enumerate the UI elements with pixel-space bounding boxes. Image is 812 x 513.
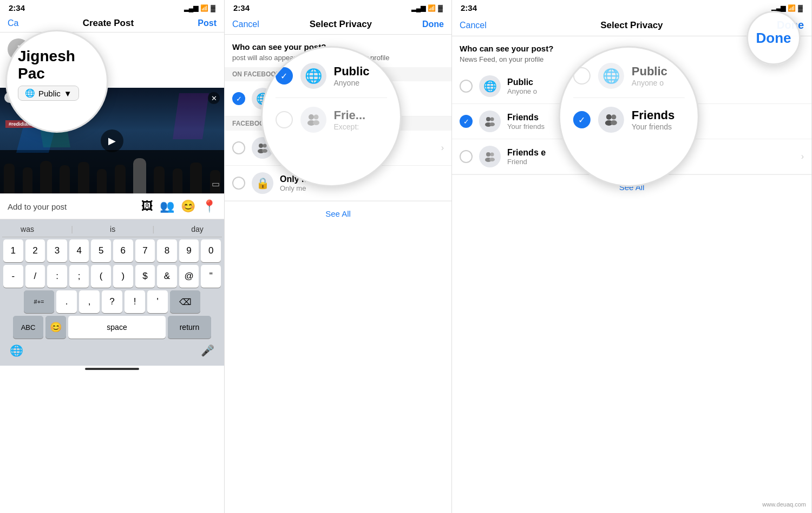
onlyme-desc-2: Only me	[280, 184, 444, 192]
key-period[interactable]: .	[56, 290, 77, 313]
key-2[interactable]: 2	[25, 239, 45, 262]
key-slash[interactable]: /	[25, 265, 45, 288]
word-suggestion-1[interactable]: was	[21, 225, 34, 233]
key-0[interactable]: 0	[201, 239, 221, 262]
friends-icon-3	[479, 111, 501, 132]
home-indicator-container	[0, 366, 224, 373]
video-overlay: ▶	[0, 88, 224, 193]
cancel-button[interactable]: Ca	[8, 18, 18, 28]
key-comma[interactable]: ,	[79, 290, 100, 313]
svg-point-14	[490, 153, 494, 157]
play-button[interactable]: ▶	[101, 129, 123, 152]
privacy-item-friends-3[interactable]: ✓ Friends Your friends	[452, 104, 811, 139]
nav-title: Create Post	[83, 18, 134, 29]
status-bar-1: 2:34 ▂▄▆ 📶 ▓	[0, 0, 224, 15]
edit-button[interactable]: ✏️ Edit	[4, 92, 38, 103]
svg-point-11	[489, 122, 495, 126]
svg-point-10	[490, 118, 494, 121]
emoji-icon[interactable]: 😊	[181, 199, 195, 213]
key-3[interactable]: 3	[47, 239, 67, 262]
public-desc-3: Anyone o	[507, 87, 804, 95]
radio-friends-2[interactable]	[232, 141, 245, 154]
key-7[interactable]: 7	[135, 239, 155, 262]
close-video-button[interactable]: ✕	[208, 92, 220, 104]
done-circle-magnifier: Done	[746, 11, 801, 65]
status-bar-3: 2:34 ▂▄▆ 📶 ▓	[452, 0, 811, 15]
privacy-item-public-2[interactable]: ✓ 🌐 Public Anyone o	[225, 81, 451, 116]
key-abc[interactable]: ABC	[13, 316, 43, 339]
create-post-nav: Ca Create Post Post	[0, 15, 224, 33]
key-ampersand[interactable]: &	[157, 265, 177, 288]
key-openparen[interactable]: (	[91, 265, 111, 288]
done-button-2[interactable]: Done	[422, 20, 444, 29]
privacy-item-friends-2[interactable]: Frie riends; Except: ›	[225, 131, 451, 166]
friends-except-icon-3	[479, 146, 501, 167]
post-icons: 🖼 👥 😊 📍	[141, 199, 217, 213]
space-key[interactable]: space	[68, 316, 166, 339]
friends-desc-3: Your friends	[507, 122, 804, 131]
svg-point-12	[486, 152, 490, 157]
radio-friends-3[interactable]: ✓	[460, 115, 473, 128]
public-icon-2: 🌐	[252, 88, 273, 109]
post-button[interactable]: Post	[198, 18, 217, 28]
key-colon[interactable]: :	[47, 265, 67, 288]
globe-key[interactable]: 🌐	[10, 344, 23, 357]
privacy-item-friends-except-3[interactable]: Friends e Friend ›	[452, 139, 811, 174]
add-to-post-bar: Add to your post 🖼 👥 😊 📍	[0, 193, 224, 219]
chevron-icon-2: ›	[441, 143, 444, 153]
photo-icon[interactable]: 🖼	[141, 199, 153, 213]
video-container: #redidialo... ▶ ✏️ Edit ✕ ▭	[0, 88, 224, 193]
key-at[interactable]: @	[179, 265, 199, 288]
keyboard-keys: 1 2 3 4 5 6 7 8 9 0 - / : ; ( ) $ &	[2, 237, 222, 341]
key-dash[interactable]: -	[3, 265, 23, 288]
cancel-button-3[interactable]: Cancel	[460, 21, 487, 30]
cancel-button-2[interactable]: Cancel	[232, 20, 259, 29]
key-closeparen[interactable]: )	[113, 265, 133, 288]
privacy-button[interactable]: 🌐 Public ▼	[34, 49, 81, 61]
public-icon-3: 🌐	[479, 75, 501, 97]
key-exclaim[interactable]: !	[125, 290, 145, 313]
key-question[interactable]: ?	[102, 290, 122, 313]
question-text-3: Who can see your post?	[460, 44, 553, 53]
privacy-item-onlyme-2[interactable]: 🔒 Only me Only me	[225, 166, 451, 201]
key-semicolon[interactable]: ;	[69, 265, 89, 288]
radio-friends-except-3[interactable]	[460, 150, 473, 163]
time-1: 2:34	[9, 3, 25, 12]
see-all-2[interactable]: See All	[225, 201, 451, 226]
microphone-key[interactable]: 🎤	[201, 344, 214, 357]
edit-label: Edit	[20, 94, 32, 101]
radio-onlyme-2[interactable]	[232, 177, 245, 190]
radio-public-3[interactable]	[460, 80, 473, 93]
key-9[interactable]: 9	[179, 239, 199, 262]
key-row-numbers: 1 2 3 4 5 6 7 8 9 0	[3, 239, 221, 262]
friends-desc-2: riends; Except:	[280, 149, 435, 157]
post-textarea[interactable]: ck the Stage... |	[0, 66, 224, 88]
section-label-2b: Facebook	[225, 116, 451, 131]
key-hashtag-mode[interactable]: #+=	[24, 290, 54, 313]
key-6[interactable]: 6	[113, 239, 133, 262]
key-5[interactable]: 5	[91, 239, 111, 262]
key-apostrophe[interactable]: '	[147, 290, 168, 313]
key-quote[interactable]: "	[201, 265, 221, 288]
word-suggestion-2[interactable]: is	[110, 225, 115, 233]
return-key[interactable]: return	[168, 316, 211, 339]
key-8[interactable]: 8	[157, 239, 177, 262]
location-icon[interactable]: 📍	[202, 199, 217, 213]
friends-svg-2	[257, 142, 269, 154]
key-4[interactable]: 4	[69, 239, 89, 262]
word-suggestion-3[interactable]: day	[191, 225, 204, 233]
see-all-3[interactable]: See All	[452, 174, 811, 199]
key-dollar[interactable]: $	[135, 265, 155, 288]
panel-1: 2:34 ▂▄▆ 📶 ▓ Ca Create Post Post J Jigne…	[0, 0, 225, 513]
key-emoji[interactable]: 😊	[45, 316, 66, 339]
separator-2: |	[152, 225, 154, 233]
radio-public-2[interactable]: ✓	[232, 92, 245, 105]
select-privacy-nav-2: Cancel Select Privacy Done	[225, 15, 451, 35]
tag-people-icon[interactable]: 👥	[160, 199, 174, 213]
section-label-2: on Facebook	[225, 67, 451, 81]
friends-text-2: Frie riends; Except:	[280, 139, 435, 157]
friends-except-desc-3: Friend	[507, 158, 795, 166]
delete-key[interactable]: ⌫	[170, 290, 200, 313]
key-1[interactable]: 1	[3, 239, 23, 262]
privacy-item-public-3[interactable]: 🌐 Public Anyone o	[452, 69, 811, 104]
